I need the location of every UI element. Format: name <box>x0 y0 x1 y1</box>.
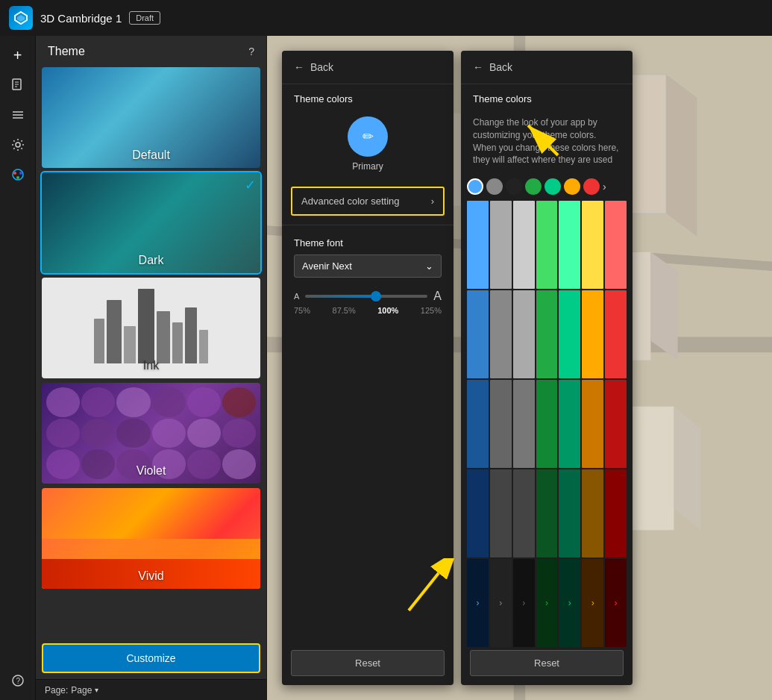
font-size-row: A A <box>294 290 442 303</box>
font-dropdown-chevron-icon: ⌄ <box>425 260 433 272</box>
swatch-gray[interactable] <box>486 178 503 195</box>
color-cell[interactable] <box>490 201 512 289</box>
color-cell[interactable] <box>559 290 580 378</box>
color-cell[interactable] <box>513 290 535 378</box>
color-cell[interactable]: › <box>582 559 603 647</box>
sidebar-help-icon[interactable]: ? <box>248 46 254 57</box>
panel-left: ← Back Theme colors ✏ Primary Advanced c… <box>282 51 454 685</box>
theme-ink-label: Ink <box>42 359 260 372</box>
color-cell[interactable] <box>513 469 535 557</box>
dark-check-icon: ✓ <box>245 177 256 193</box>
theme-list: Default ✓ Dark Ink <box>36 67 266 637</box>
divider-1 <box>282 225 454 225</box>
font-size-label-right: A <box>433 290 442 303</box>
color-cell[interactable] <box>467 380 489 468</box>
topbar: 3D Cambridge 1 Draft <box>0 0 772 36</box>
svg-marker-30 <box>674 407 700 531</box>
svg-point-12 <box>19 172 22 175</box>
advanced-color-label: Advanced color setting <box>301 196 400 207</box>
color-cell[interactable] <box>582 469 603 557</box>
page-chevron-icon[interactable]: ▾ <box>95 686 98 694</box>
size-100: 100% <box>377 306 398 315</box>
font-size-slider[interactable] <box>305 295 427 298</box>
color-cell[interactable] <box>582 290 603 378</box>
color-col-gray2: › <box>513 201 535 647</box>
color-cell[interactable] <box>490 469 512 557</box>
swatch-teal[interactable] <box>545 178 561 195</box>
panel-right: ← Back Theme colors Change the look of y… <box>461 51 633 685</box>
theme-card-dark[interactable]: ✓ Dark <box>42 172 260 273</box>
theme-card-default[interactable]: Default <box>42 67 260 168</box>
back-right-arrow-icon: ← <box>473 61 483 73</box>
theme-button[interactable] <box>4 161 31 188</box>
color-cell[interactable]: › <box>536 559 558 647</box>
svg-point-9 <box>16 143 20 147</box>
color-cell[interactable] <box>536 469 558 557</box>
theme-card-violet[interactable]: Violet <box>42 383 260 484</box>
color-cell[interactable] <box>536 380 558 468</box>
color-col-gold: › <box>582 201 603 647</box>
back-right-label: Back <box>489 61 512 73</box>
customize-button[interactable]: Customize <box>42 643 260 673</box>
swatch-black[interactable] <box>506 178 522 195</box>
settings-button[interactable] <box>4 131 31 158</box>
color-cell[interactable] <box>559 469 580 557</box>
color-cell[interactable] <box>605 290 627 378</box>
swatch-red[interactable] <box>583 178 600 195</box>
primary-color-circle[interactable]: ✏ <box>348 116 388 157</box>
swatches-chevron-right-icon[interactable]: › <box>603 181 606 193</box>
slider-thumb <box>371 291 381 301</box>
color-cell[interactable] <box>605 469 627 557</box>
panel-left-back-btn[interactable]: ← Back <box>282 51 454 84</box>
page-name: Page <box>71 685 92 696</box>
color-cell[interactable] <box>467 290 489 378</box>
color-cell[interactable]: › <box>467 559 489 647</box>
swatch-green1[interactable] <box>525 178 542 195</box>
color-cell[interactable]: › <box>559 559 580 647</box>
swatch-blue[interactable] <box>467 178 483 195</box>
color-cell[interactable] <box>559 201 580 289</box>
theme-card-vivid[interactable]: Vivid <box>42 488 260 589</box>
color-cell[interactable]: › <box>513 559 535 647</box>
app-logo <box>9 6 33 30</box>
color-cell[interactable] <box>467 201 489 289</box>
color-cell[interactable] <box>490 290 512 378</box>
icon-bar: + ? <box>0 36 36 700</box>
sidebar-title: Theme <box>48 45 85 58</box>
color-cell[interactable] <box>513 201 535 289</box>
color-cell[interactable] <box>605 380 627 468</box>
color-cell[interactable] <box>536 290 558 378</box>
color-cell[interactable] <box>582 380 603 468</box>
panel-right-back-btn[interactable]: ← Back <box>461 51 633 84</box>
theme-card-ink[interactable]: Ink <box>42 278 260 378</box>
color-cell[interactable] <box>536 201 558 289</box>
color-columns: › › <box>461 198 633 650</box>
color-cell[interactable]: › <box>490 559 512 647</box>
color-cell[interactable] <box>559 380 580 468</box>
swatch-gold[interactable] <box>564 178 580 195</box>
color-cell[interactable] <box>605 201 627 289</box>
primary-color-section: ✏ Primary <box>282 110 454 184</box>
font-size-values: 75% 87.5% 100% 125% <box>294 303 442 315</box>
content-area: ← Back Theme colors ✏ Primary Advanced c… <box>267 36 772 700</box>
color-cell[interactable] <box>467 469 489 557</box>
font-selected-label: Avenir Next <box>302 260 352 272</box>
color-cell[interactable]: › <box>605 559 627 647</box>
color-cell[interactable] <box>513 380 535 468</box>
color-cell[interactable] <box>582 201 603 289</box>
sidebar-header: Theme ? <box>36 36 266 67</box>
color-cell[interactable] <box>490 380 512 468</box>
font-dropdown[interactable]: Avenir Next ⌄ <box>294 254 442 278</box>
main-layout: + ? Theme ? Default <box>0 36 772 700</box>
pages-button[interactable] <box>4 72 31 99</box>
help-button[interactable]: ? <box>4 667 31 694</box>
theme-violet-label: Violet <box>42 464 260 478</box>
panel-left-reset-btn[interactable]: Reset <box>291 650 445 676</box>
theme-default-label: Default <box>42 149 260 162</box>
advanced-color-btn[interactable]: Advanced color setting › <box>291 187 445 216</box>
svg-marker-22 <box>666 75 697 237</box>
svg-marker-1 <box>17 15 25 22</box>
layers-button[interactable] <box>4 101 31 128</box>
panel-right-reset-btn[interactable]: Reset <box>470 650 624 676</box>
add-button[interactable]: + <box>4 42 31 69</box>
